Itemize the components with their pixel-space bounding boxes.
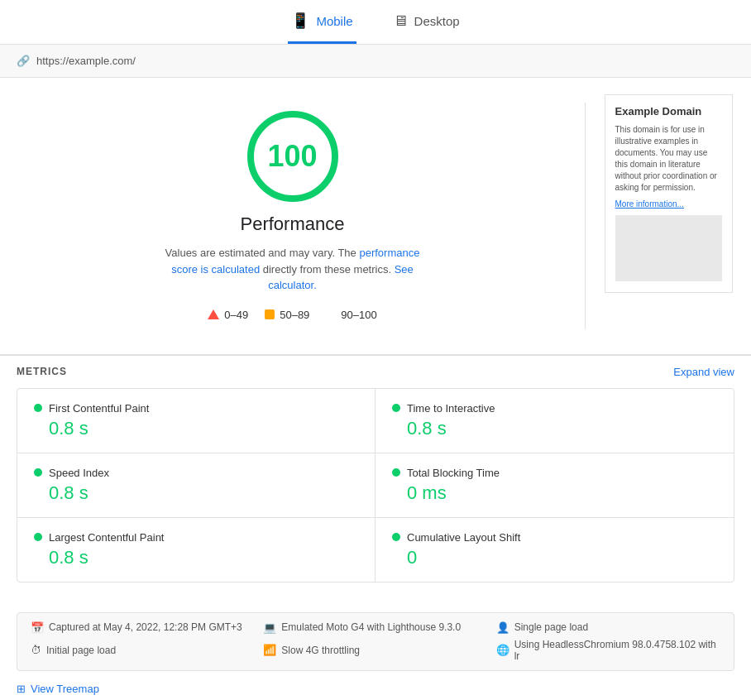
url-text: https://example.com/ (36, 55, 136, 67)
metric-value-tbt: 0 ms (407, 482, 717, 504)
treemap-icon: ⊞ (17, 683, 26, 695)
metric-name-row-tbt: Total Blocking Time (392, 467, 717, 479)
metric-name-row-fcp: First Contentful Paint (34, 402, 358, 415)
info-single-page-text: Single page load (514, 621, 588, 633)
score-label: Performance (241, 213, 345, 235)
metrics-grid: First Contentful Paint 0.8 s Time to Int… (17, 388, 734, 583)
metric-name-row-si: Speed Index (34, 467, 358, 479)
dot-icon (326, 309, 336, 319)
metric-dot-tbt (392, 468, 400, 477)
tabs-bar: 📱 Mobile 🖥 Desktop (0, 0, 751, 45)
triangle-icon (208, 309, 219, 319)
info-chromium-text: Using HeadlessChromium 98.0.4758.102 wit… (514, 639, 720, 662)
signal-icon: 📶 (263, 644, 276, 656)
score-section: 100 Performance Values are estimated and… (17, 94, 568, 338)
main-content: 100 Performance Values are estimated and… (0, 78, 751, 354)
metric-name-row-lcp: Largest Contentful Paint (34, 531, 358, 544)
metric-dot-tti (392, 404, 400, 412)
metric-name-lcp: Largest Contentful Paint (49, 531, 164, 544)
score-description: Values are estimated and may vary. The p… (152, 245, 433, 294)
metric-card-tti: Time to Interactive 0.8 s (376, 389, 734, 453)
link-icon: 🔗 (17, 55, 30, 67)
metric-value-fcp: 0.8 s (49, 418, 358, 439)
info-chromium: 🌐 Using HeadlessChromium 98.0.4758.102 w… (496, 639, 720, 662)
metric-card-cls: Cumulative Layout Shift 0 (376, 518, 734, 582)
preview-box: Example Domain This domain is for use in… (605, 94, 733, 293)
score-number: 100 (267, 139, 317, 174)
calendar-icon: 📅 (31, 621, 44, 634)
info-emulated: 💻 Emulated Moto G4 with Lighthouse 9.3.0 (263, 621, 487, 634)
metric-name-fcp: First Contentful Paint (49, 402, 149, 415)
info-captured-text: Captured at May 4, 2022, 12:28 PM GMT+3 (49, 621, 242, 633)
treemap-row: ⊞ View Treemap (0, 671, 751, 701)
legend-average-range: 50–89 (280, 309, 309, 321)
timer-icon: ⏱ (31, 644, 41, 656)
url-bar: 🔗 https://example.com/ (0, 45, 751, 78)
info-throttling-text: Slow 4G throttling (281, 645, 360, 656)
metric-value-lcp: 0.8 s (49, 547, 358, 568)
score-legend: 0–49 50–89 90–100 (208, 309, 376, 321)
preview-gray-area (615, 215, 722, 281)
metric-value-si: 0.8 s (49, 482, 358, 504)
laptop-icon: 💻 (263, 621, 276, 634)
metric-name-si: Speed Index (49, 467, 109, 479)
legend-fail-range: 0–49 (224, 309, 248, 321)
desc-middle: directly from these metrics. (260, 263, 395, 276)
info-initial-load-text: Initial page load (46, 645, 116, 656)
legend-pass: 90–100 (326, 309, 376, 321)
preview-text: This domain is for use in illustrative e… (615, 124, 722, 194)
mobile-icon: 📱 (291, 12, 309, 30)
square-icon (265, 309, 275, 319)
metric-card-si: Speed Index 0.8 s (17, 453, 376, 518)
info-throttling: 📶 Slow 4G throttling (263, 639, 487, 662)
metric-name-tti: Time to Interactive (407, 402, 495, 415)
metrics-section: METRICS Expand view First Contentful Pai… (0, 354, 751, 599)
metrics-title: METRICS (17, 366, 67, 377)
tab-mobile[interactable]: 📱 Mobile (288, 0, 356, 44)
legend-pass-range: 90–100 (341, 309, 376, 321)
info-initial-load: ⏱ Initial page load (31, 639, 255, 662)
metrics-header: METRICS Expand view (17, 356, 734, 388)
metric-card-lcp: Largest Contentful Paint 0.8 s (17, 518, 376, 582)
tab-desktop-label: Desktop (414, 14, 460, 28)
desktop-icon: 🖥 (393, 12, 408, 30)
preview-title: Example Domain (615, 105, 722, 117)
vertical-divider (585, 103, 586, 329)
metric-name-row-tti: Time to Interactive (392, 402, 717, 415)
metric-dot-lcp (34, 533, 42, 541)
info-emulated-text: Emulated Moto G4 with Lighthouse 9.3.0 (281, 621, 461, 633)
info-captured: 📅 Captured at May 4, 2022, 12:28 PM GMT+… (31, 621, 255, 634)
preview-section: Example Domain This domain is for use in… (602, 94, 734, 338)
globe-icon: 🌐 (496, 644, 509, 656)
metric-card-tbt: Total Blocking Time 0 ms (376, 453, 734, 518)
metric-name-cls: Cumulative Layout Shift (407, 531, 520, 544)
metric-name-row-cls: Cumulative Layout Shift (392, 531, 717, 544)
metric-value-cls: 0 (407, 547, 717, 568)
info-bar: 📅 Captured at May 4, 2022, 12:28 PM GMT+… (17, 612, 734, 671)
metric-name-tbt: Total Blocking Time (407, 467, 500, 479)
metric-dot-cls (392, 533, 400, 541)
metric-dot-fcp (34, 404, 42, 412)
legend-average: 50–89 (265, 309, 309, 321)
user-icon: 👤 (496, 621, 509, 634)
expand-view-link[interactable]: Expand view (673, 366, 734, 378)
desc-before: Values are estimated and may vary. The (165, 247, 360, 259)
score-circle: 100 (247, 111, 338, 202)
metric-dot-si (34, 468, 42, 477)
tab-mobile-label: Mobile (316, 14, 352, 28)
info-single-page: 👤 Single page load (496, 621, 720, 634)
metric-card-fcp: First Contentful Paint 0.8 s (17, 389, 376, 453)
metric-value-tti: 0.8 s (407, 418, 717, 439)
preview-link[interactable]: More information... (615, 199, 684, 209)
tab-desktop[interactable]: 🖥 Desktop (390, 1, 463, 44)
view-treemap-button[interactable]: ⊞ View Treemap (17, 683, 99, 695)
treemap-label: View Treemap (31, 683, 99, 695)
legend-fail: 0–49 (208, 309, 248, 321)
